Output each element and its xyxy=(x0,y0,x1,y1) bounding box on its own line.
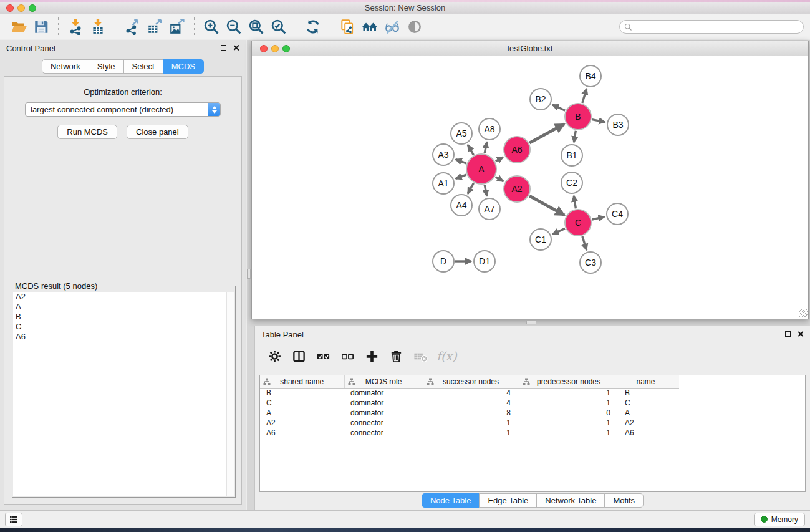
graph-node-C[interactable]: C xyxy=(564,209,592,236)
table-settings-icon[interactable] xyxy=(264,346,285,366)
vertical-splitter-handle[interactable] xyxy=(247,269,251,279)
tab-style[interactable]: Style xyxy=(89,59,124,74)
graph-node-B[interactable]: B xyxy=(564,103,592,130)
column-header-name[interactable]: name xyxy=(619,375,673,388)
edge-C-C4[interactable] xyxy=(592,217,605,220)
home-view-icon[interactable] xyxy=(359,17,381,37)
edge-A-A2[interactable] xyxy=(496,177,504,181)
edge-B-B4[interactable] xyxy=(582,89,587,103)
edge-C-C3[interactable] xyxy=(582,236,587,250)
edge-A-A5[interactable] xyxy=(468,145,473,155)
edge-A-A4[interactable] xyxy=(468,183,473,194)
resize-grip[interactable] xyxy=(799,309,808,317)
result-item[interactable]: A2 xyxy=(13,292,234,302)
search-field[interactable] xyxy=(619,20,804,34)
select-all-icon[interactable] xyxy=(312,346,334,366)
graph-node-A[interactable]: A xyxy=(466,153,497,185)
edge-B-B2[interactable] xyxy=(552,105,565,110)
graph-node-C3[interactable]: C3 xyxy=(579,251,602,274)
float-panel-icon[interactable] xyxy=(221,45,226,51)
network-zoom-button[interactable] xyxy=(282,45,290,52)
table-tab-motifs[interactable]: Motifs xyxy=(604,493,644,508)
export-network-icon[interactable] xyxy=(121,17,143,37)
close-panel-icon[interactable] xyxy=(233,44,239,51)
tab-mcds[interactable]: MCDS xyxy=(163,59,204,74)
criterion-dropdown[interactable]: largest connected component (directed) xyxy=(25,102,221,117)
column-header-successor-nodes[interactable]: successor nodes xyxy=(423,375,519,388)
edge-A2-C[interactable] xyxy=(529,196,564,215)
table-tab-edge-table[interactable]: Edge Table xyxy=(479,493,537,508)
table-row[interactable]: Adominator80A xyxy=(260,408,679,418)
tab-network[interactable]: Network xyxy=(42,59,89,74)
network-close-button[interactable] xyxy=(260,45,268,52)
edge-B-B3[interactable] xyxy=(592,120,605,122)
result-list-scrollbar[interactable] xyxy=(226,292,234,496)
graph-node-C4[interactable]: C4 xyxy=(606,203,629,225)
tab-select[interactable]: Select xyxy=(123,59,163,74)
edge-A-A3[interactable] xyxy=(456,159,466,163)
table-row[interactable]: A6connector11A6 xyxy=(260,428,679,438)
zoom-out-icon[interactable] xyxy=(223,17,245,37)
edge-C-C1[interactable] xyxy=(552,228,565,234)
column-header-shared-name[interactable]: shared name xyxy=(260,375,344,388)
minimize-window-button[interactable] xyxy=(17,4,25,12)
search-input[interactable] xyxy=(633,22,803,31)
column-header-predecessor-nodes[interactable]: predecessor nodes xyxy=(519,375,619,388)
graph-node-A1[interactable]: A1 xyxy=(432,172,455,195)
graph-node-A5[interactable]: A5 xyxy=(450,122,473,145)
table-tab-node-table[interactable]: Node Table xyxy=(422,493,480,508)
network-minimize-button[interactable] xyxy=(271,45,279,52)
add-row-icon[interactable] xyxy=(361,346,382,366)
column-header-MCDS-role[interactable]: MCDS role xyxy=(344,375,423,388)
edge-A-A1[interactable] xyxy=(456,175,466,178)
table-row[interactable]: Cdominator41C xyxy=(260,398,679,408)
close-window-button[interactable] xyxy=(6,4,14,12)
graph-node-B1[interactable]: B1 xyxy=(561,144,583,167)
zoom-fit-icon[interactable] xyxy=(245,17,268,37)
result-item[interactable]: A xyxy=(13,302,234,312)
refresh-icon[interactable] xyxy=(302,17,324,37)
edge-A-A8[interactable] xyxy=(485,142,487,153)
graph-node-D1[interactable]: D1 xyxy=(473,250,496,273)
clone-network-icon[interactable] xyxy=(336,17,359,37)
edge-B-B1[interactable] xyxy=(574,131,576,143)
hide-display-icon[interactable] xyxy=(381,17,403,37)
graph-node-C2[interactable]: C2 xyxy=(561,172,583,194)
graph-node-A3[interactable]: A3 xyxy=(432,143,455,166)
export-image-icon[interactable] xyxy=(166,17,188,37)
graph-node-C1[interactable]: C1 xyxy=(529,228,552,251)
graph-node-A7[interactable]: A7 xyxy=(478,198,501,220)
graph-node-A2[interactable]: A2 xyxy=(503,175,531,203)
table-tab-network-table[interactable]: Network Table xyxy=(536,493,605,508)
graph-node-B2[interactable]: B2 xyxy=(529,88,552,110)
graph-node-A6[interactable]: A6 xyxy=(503,136,531,163)
graph-node-B4[interactable]: B4 xyxy=(579,65,602,87)
graph-node-A4[interactable]: A4 xyxy=(450,194,473,216)
edge-C-C2[interactable] xyxy=(574,196,576,209)
zoom-window-button[interactable] xyxy=(29,4,36,12)
graph-node-D[interactable]: D xyxy=(432,250,455,273)
table-close-icon[interactable] xyxy=(797,331,804,337)
result-item[interactable]: B xyxy=(13,312,234,322)
run-mcds-button[interactable]: Run MCDS xyxy=(57,125,117,139)
edge-A-A7[interactable] xyxy=(485,185,487,196)
horizontal-splitter-handle[interactable] xyxy=(526,321,536,324)
delete-row-icon[interactable] xyxy=(385,346,407,366)
table-float-icon[interactable] xyxy=(785,331,791,337)
deselect-all-icon[interactable] xyxy=(337,346,358,366)
edge-A-A6[interactable] xyxy=(496,157,503,162)
zoom-in-icon[interactable] xyxy=(200,17,223,37)
import-network-icon[interactable] xyxy=(64,17,87,37)
result-item[interactable]: C xyxy=(13,322,234,332)
import-table-icon[interactable] xyxy=(87,17,109,37)
toggle-columns-icon[interactable] xyxy=(288,346,309,366)
open-file-icon[interactable] xyxy=(7,17,30,37)
task-history-button[interactable] xyxy=(5,513,22,526)
zoom-selected-icon[interactable] xyxy=(268,17,290,37)
memory-button[interactable]: Memory xyxy=(754,513,805,526)
table-row[interactable]: Bdominator41B xyxy=(260,388,679,398)
table-row[interactable]: A2connector11A2 xyxy=(260,418,679,428)
result-item[interactable]: A6 xyxy=(13,332,234,342)
edge-A6-B[interactable] xyxy=(529,124,564,143)
network-canvas[interactable]: B4B2BB3A8A5A6A3B1AC2A1A2A4A7C4CC1DD1C3 xyxy=(252,56,808,318)
